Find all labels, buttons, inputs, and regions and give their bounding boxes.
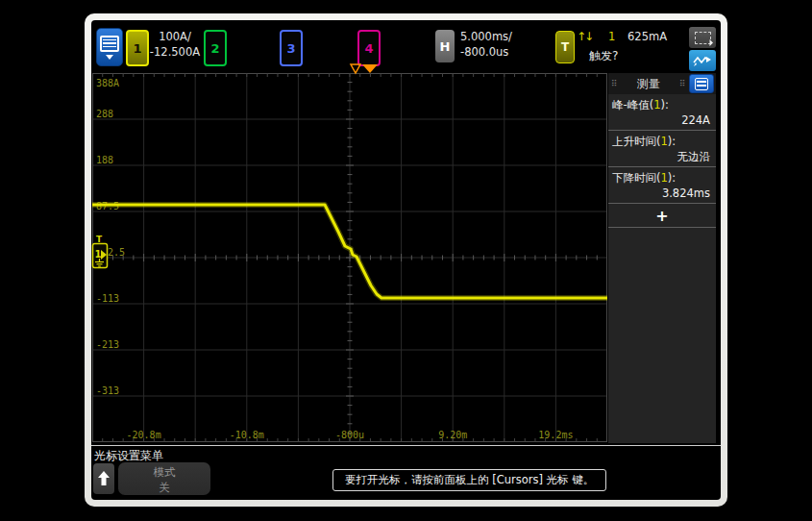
channel1-offset: -12.500A	[147, 44, 203, 60]
timebase-delay: -800.0us	[460, 44, 512, 60]
main-menu-button[interactable]	[96, 28, 123, 66]
softkey-mode-title: 模式	[118, 464, 210, 480]
channel-1-button[interactable]: 1	[126, 30, 149, 66]
drag-grip-icon[interactable]: ⠿	[679, 77, 686, 90]
measurement-list: 峰-峰值(1):224A上升时间(1):无边沿下降时间(1):3.824ms	[608, 94, 716, 204]
softkey-mode-value: 关	[118, 480, 210, 495]
y-axis-label: -113	[96, 293, 119, 304]
measurement-label: 下降时间(1):	[612, 170, 712, 186]
measurement-menu-button[interactable]	[689, 74, 714, 93]
measurement-panel-title: 测量	[608, 76, 689, 92]
y-axis-label: -313	[96, 385, 119, 396]
y-axis-label: 288	[96, 109, 113, 119]
channel-marker-number: 1	[95, 249, 102, 260]
channel-3-button[interactable]: 3	[280, 30, 303, 66]
channel-4-button[interactable]: 4	[357, 30, 381, 66]
page-background: 1234 100A/ -12.500A H 5.000ms/ -800.0us …	[0, 0, 812, 521]
timebase-readout[interactable]: 5.000ms/ -800.0us	[460, 29, 512, 60]
measurement-label: 上升时间(1):	[612, 134, 712, 149]
y-axis-label: 388A	[96, 78, 119, 88]
chevron-down-icon	[106, 55, 113, 60]
horizontal-button[interactable]: H	[435, 30, 455, 62]
x-axis-label: -20.8m	[127, 430, 161, 440]
channel-2-button[interactable]: 2	[204, 30, 227, 66]
measurement-label: 峰-峰值(1):	[612, 97, 712, 112]
trigger-button[interactable]: T	[555, 31, 575, 63]
trigger-readout[interactable]: ↑↓ 1 625mA 触发?	[577, 29, 701, 67]
measurement-value: 无边沿	[612, 149, 712, 164]
add-measurement-button[interactable]: +	[655, 207, 668, 225]
add-measurement-row[interactable]: +	[608, 204, 716, 228]
channel1-ground-marker[interactable]: T 1	[91, 234, 112, 278]
back-up-button[interactable]	[93, 463, 114, 494]
x-axis-label: -800u	[335, 430, 364, 440]
y-axis-label: -213	[96, 339, 119, 350]
touch-drag-waveform-button[interactable]	[689, 50, 716, 71]
up-arrow-icon	[98, 471, 110, 486]
x-axis-label: 9.20m	[438, 430, 467, 440]
trigger-level-marker-label: T	[96, 235, 103, 244]
trigger-source: 1	[608, 30, 615, 43]
trigger-slope-icon: ↑↓	[577, 30, 592, 43]
measurement-row[interactable]: 上升时间(1):无边沿	[608, 131, 716, 167]
measurement-row[interactable]: 下降时间(1):3.824ms	[608, 167, 716, 204]
menu-icon	[100, 36, 119, 52]
measurement-panel-header[interactable]: ⠿ 测量 ⠿	[608, 73, 716, 94]
softkey-separator	[91, 445, 721, 446]
delay-position-marker-icon[interactable]	[362, 64, 378, 73]
selection-rect-icon	[695, 32, 711, 44]
measurement-panel: ⠿ 测量 ⠿ 峰-峰值(1):224A上升时间(1):无边沿下降时间(1):3.…	[608, 73, 716, 443]
scope-screen: 1234 100A/ -12.500A H 5.000ms/ -800.0us …	[91, 20, 721, 500]
channel1-scale: 100A/	[147, 29, 203, 44]
waveform-drag-icon	[693, 54, 712, 67]
measurement-value: 3.824ms	[612, 186, 712, 201]
y-axis-label: 188	[96, 155, 113, 165]
graticule-svg[interactable]: 388A28818887.5-12.5-113-213-313-20.8m-10…	[92, 73, 607, 442]
measurement-row[interactable]: 峰-峰值(1):224A	[608, 94, 716, 131]
trigger-level: 625mA	[627, 30, 667, 43]
trigger-position-marker-icon[interactable]	[351, 64, 360, 73]
x-axis-label: 19.2ms	[538, 430, 573, 440]
softkey-mode-button[interactable]: 模式 关	[118, 462, 210, 495]
trigger-status: 触发?	[589, 48, 618, 64]
channel1-readout[interactable]: 100A/ -12.500A	[147, 29, 203, 60]
timebase-scale: 5.000ms/	[460, 29, 512, 44]
list-icon	[695, 78, 708, 90]
x-axis-label: -10.8m	[230, 430, 264, 440]
measurement-value: 224A	[612, 112, 712, 128]
cursor-hint-message: 要打开光标，请按前面板上的 [Cursors] 光标 键。	[332, 469, 606, 491]
zoom-box-button[interactable]	[689, 27, 716, 48]
